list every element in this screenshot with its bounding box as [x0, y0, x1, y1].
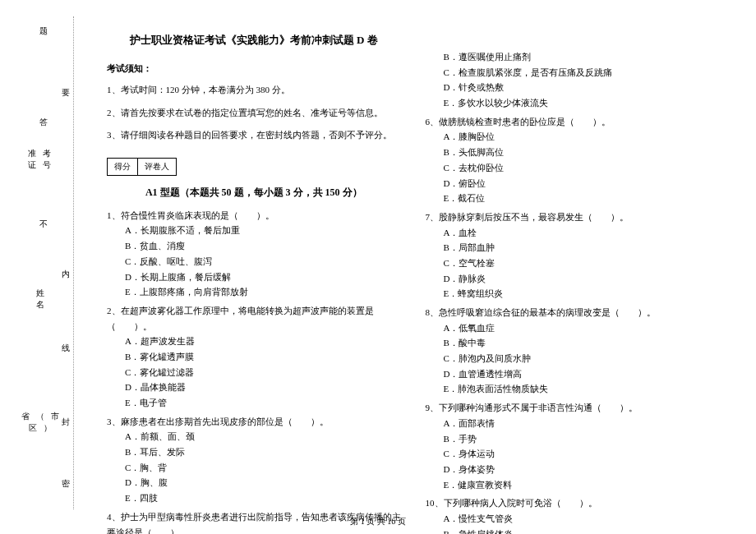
question-option: D．俯卧位: [426, 176, 720, 191]
binding-labels: 题 答 准考证号 不 姓名 省（市区） 要 内 线 封 密: [25, 16, 74, 509]
question-option: A．血栓: [426, 225, 720, 241]
exam-title: 护士职业资格证考试《实践能力》考前冲刺试题 D 卷: [107, 33, 401, 48]
question-option: B．酸中毒: [426, 335, 720, 351]
question-option: B．手势: [426, 431, 720, 447]
page-footer: 第 1 页 共 16 页: [0, 516, 756, 527]
question-option: E．蜂窝组织炎: [426, 286, 720, 302]
question-option: E．四肢: [107, 490, 401, 506]
question-option: D．血管通透性增高: [426, 366, 720, 382]
question-option: C．身体运动: [426, 446, 720, 462]
question-option: B．局部血肿: [426, 240, 720, 255]
question-block: 9、下列哪种沟通形式不属于非语言性沟通（ ）。 A．面部表情 B．手势 C．身体…: [426, 400, 720, 492]
question-option: E．电子管: [107, 395, 401, 411]
binding-label: 不: [37, 214, 48, 220]
score-cell-score: 得分: [108, 159, 138, 175]
question-block: 8、急性呼吸窘迫综合征的最基本的病理改变是（ ）。 A．低氧血症 B．酸中毒 C…: [426, 305, 720, 397]
question-option: B．耳后、发际: [107, 444, 401, 460]
binding-label: 题: [37, 21, 48, 27]
question-block: 3、麻疹患者在出疹期首先出现皮疹的部位是（ ）。 A．前额、面、颈 B．耳后、发…: [107, 414, 401, 506]
question-option: A．长期腹胀不适，餐后加重: [107, 223, 401, 238]
question-option: D．静脉炎: [426, 271, 720, 287]
question-option: C．空气栓塞: [426, 255, 720, 271]
question-block: 2、在超声波雾化器工作原理中，将电能转换为超声波声能的装置是（ ）。 A．超声波…: [107, 303, 401, 411]
question-option: B．头低脚高位: [426, 145, 720, 160]
question-stem: 9、下列哪种沟通形式不属于非语言性沟通（ ）。: [426, 400, 720, 416]
question-stem: 2、在超声波雾化器工作原理中，将电能转换为超声波声能的装置是（ ）。: [107, 303, 401, 334]
notice-item: 2、请首先按要求在试卷的指定位置填写您的姓名、准考证号等信息。: [107, 106, 401, 121]
section-title: A1 型题（本题共 50 题，每小题 3 分，共 150 分）: [107, 186, 401, 200]
question-continuation: B．遵医嘱使用止痛剂 C．检查腹肌紧张度，是否有压痛及反跳痛 D．针灸或热敷 E…: [426, 49, 720, 111]
question-option: A．超声波发生器: [107, 334, 401, 349]
question-option: C．去枕仰卧位: [426, 160, 720, 176]
question-option: B．贫血、消瘦: [107, 238, 401, 254]
question-option: A．面部表情: [426, 416, 720, 431]
binding-label: 答: [37, 111, 48, 117]
question-option: C．肺泡内及间质水肿: [426, 351, 720, 366]
question-option: C．胸、背: [107, 460, 401, 476]
score-box: 得分 评卷人: [107, 158, 177, 176]
binding-label-province: 省（市区）: [21, 411, 66, 434]
notice-item: 1、考试时间：120 分钟，本卷满分为 380 分。: [107, 83, 401, 98]
question-option: C．检查腹肌紧张度，是否有压痛及反跳痛: [426, 65, 720, 81]
question-option: D．针灸或热敷: [426, 80, 720, 95]
question-block: 7、股静脉穿刺后按压不当，最容易发生（ ）。 A．血栓 B．局部血肿 C．空气栓…: [426, 209, 720, 302]
question-option: E．多饮水以较少体液流失: [426, 95, 720, 111]
score-cell-grader: 评卷人: [138, 159, 176, 175]
question-option: B．遵医嘱使用止痛剂: [426, 49, 720, 65]
question-option: D．胸、腹: [107, 475, 401, 490]
question-option: C．反酸、呕吐、腹泻: [107, 254, 401, 269]
question-option: D．身体姿势: [426, 462, 720, 477]
binding-label-name: 姓名: [31, 288, 56, 311]
question-option: D．晶体换能器: [107, 380, 401, 395]
question-option: E．健康宣教资料: [426, 477, 720, 493]
right-column: B．遵医嘱使用止痛剂 C．检查腹肌紧张度，是否有压痛及反跳痛 D．针灸或热敷 E…: [413, 16, 732, 509]
question-stem: 8、急性呼吸窘迫综合征的最基本的病理改变是（ ）。: [426, 305, 720, 320]
question-option: E．截石位: [426, 191, 720, 206]
binding-label-id: 准考证号: [26, 148, 59, 171]
question-stem: 6、做膀胱镜检查时患者的卧位应是（ ）。: [426, 114, 720, 130]
question-block: 1、符合慢性胃炎临床表现的是（ ）。 A．长期腹胀不适，餐后加重 B．贫血、消瘦…: [107, 208, 401, 300]
left-column: 护士职业资格证考试《实践能力》考前冲刺试题 D 卷 考试须知： 1、考试时间：1…: [94, 16, 413, 509]
question-stem: 7、股静脉穿刺后按压不当，最容易发生（ ）。: [426, 209, 720, 225]
binding-margin: 题 答 准考证号 不 姓名 省（市区） 要 内 线 封 密: [25, 16, 74, 509]
content-area: 护士职业资格证考试《实践能力》考前冲刺试题 D 卷 考试须知： 1、考试时间：1…: [74, 16, 731, 509]
question-option: E．上腹部疼痛，向肩背部放射: [107, 284, 401, 300]
notice-heading: 考试须知：: [107, 62, 401, 75]
question-option: E．肺泡表面活性物质缺失: [426, 381, 720, 397]
question-block: 10、下列哪种病人入院时可免浴（ ）。 A．慢性支气管炎 B．急性扁桃体炎 C．…: [426, 495, 720, 534]
notice-item: 3、请仔细阅读各种题目的回答要求，在密封线内答题，否则不予评分。: [107, 128, 401, 143]
question-option: B．雾化罐透声膜: [107, 349, 401, 365]
question-option: C．雾化罐过滤器: [107, 365, 401, 380]
question-block: 6、做膀胱镜检查时患者的卧位应是（ ）。 A．膝胸卧位 B．头低脚高位 C．去枕…: [426, 114, 720, 206]
question-option: D．长期上腹痛，餐后缓解: [107, 269, 401, 285]
question-option: B．急性扁桃体炎: [426, 527, 720, 534]
question-stem: 10、下列哪种病人入院时可免浴（ ）。: [426, 495, 720, 511]
page-container: 题 答 准考证号 不 姓名 省（市区） 要 内 线 封 密 护士职业资格证考试《…: [0, 0, 756, 534]
question-option: A．膝胸卧位: [426, 129, 720, 145]
question-option: A．低氧血症: [426, 320, 720, 336]
question-stem: 3、麻疹患者在出疹期首先出现皮疹的部位是（ ）。: [107, 414, 401, 430]
question-stem: 1、符合慢性胃炎临床表现的是（ ）。: [107, 208, 401, 223]
question-option: A．前额、面、颈: [107, 429, 401, 444]
